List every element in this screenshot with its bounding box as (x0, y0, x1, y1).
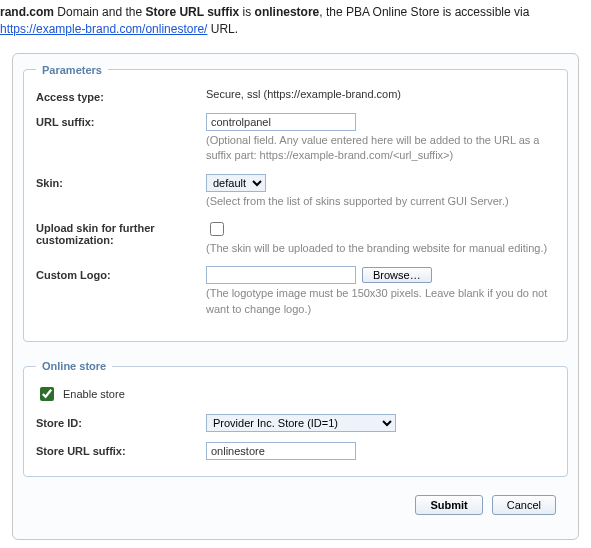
row-store-id: Store ID: Provider Inc. Store (ID=1) (36, 414, 555, 432)
settings-panel: Parameters Access type: Secure, ssl (htt… (12, 53, 579, 540)
row-upload-skin: Upload skin for further customization: (… (36, 219, 555, 256)
custom-logo-hint: (The logotype image must be 150x30 pixel… (206, 286, 555, 317)
intro-domain-bold: rand.com (0, 5, 54, 19)
browse-button[interactable]: Browse… (362, 267, 432, 283)
online-store-fieldset: Online store Enable store Store ID: Prov… (23, 360, 568, 477)
intro-t3: , the PBA Online Store is accessible via (319, 5, 529, 19)
parameters-fieldset: Parameters Access type: Secure, ssl (htt… (23, 64, 568, 342)
cancel-button[interactable]: Cancel (492, 495, 556, 515)
url-suffix-input[interactable] (206, 113, 356, 131)
online-store-legend: Online store (36, 360, 112, 372)
skin-label: Skin: (36, 174, 206, 189)
intro-store-url-suffix-value-bold: onlinestore (255, 5, 320, 19)
row-access-type: Access type: Secure, ssl (https://exampl… (36, 88, 555, 103)
intro-url-link[interactable]: https://example-brand.com/onlinestore/ (0, 22, 207, 36)
button-row: Submit Cancel (23, 495, 556, 515)
intro-text: rand.com Domain and the Store URL suffix… (0, 0, 591, 49)
upload-skin-hint: (The skin will be uploaded to the brandi… (206, 241, 555, 256)
row-custom-logo: Custom Logo: Browse… (The logotype image… (36, 266, 555, 317)
store-id-label: Store ID: (36, 414, 206, 429)
row-url-suffix: URL suffix: (Optional field. Any value e… (36, 113, 555, 164)
intro-store-url-suffix-bold: Store URL suffix (145, 5, 239, 19)
url-suffix-label: URL suffix: (36, 113, 206, 128)
store-id-select[interactable]: Provider Inc. Store (ID=1) (206, 414, 396, 432)
submit-button[interactable]: Submit (415, 495, 482, 515)
access-type-label: Access type: (36, 88, 206, 103)
skin-hint: (Select from the list of skins supported… (206, 194, 555, 209)
upload-skin-checkbox[interactable] (210, 222, 224, 236)
url-suffix-hint: (Optional field. Any value entered here … (206, 133, 555, 164)
enable-store-label: Enable store (63, 388, 125, 400)
enable-store-checkbox[interactable] (40, 387, 54, 401)
intro-t4: URL. (207, 22, 238, 36)
page: rand.com Domain and the Store URL suffix… (0, 0, 591, 540)
intro-t1: Domain and the (54, 5, 145, 19)
store-url-suffix-input[interactable] (206, 442, 356, 460)
parameters-legend: Parameters (36, 64, 108, 76)
upload-skin-label: Upload skin for further customization: (36, 219, 206, 246)
row-store-url-suffix: Store URL suffix: (36, 442, 555, 460)
intro-t2: is (239, 5, 254, 19)
skin-select[interactable]: default (206, 174, 266, 192)
row-skin: Skin: default (Select from the list of s… (36, 174, 555, 209)
access-type-value: Secure, ssl (https://example-brand.com) (206, 88, 555, 100)
custom-logo-input[interactable] (206, 266, 356, 284)
row-enable-store: Enable store (36, 384, 555, 404)
custom-logo-label: Custom Logo: (36, 266, 206, 281)
store-url-suffix-label: Store URL suffix: (36, 442, 206, 457)
